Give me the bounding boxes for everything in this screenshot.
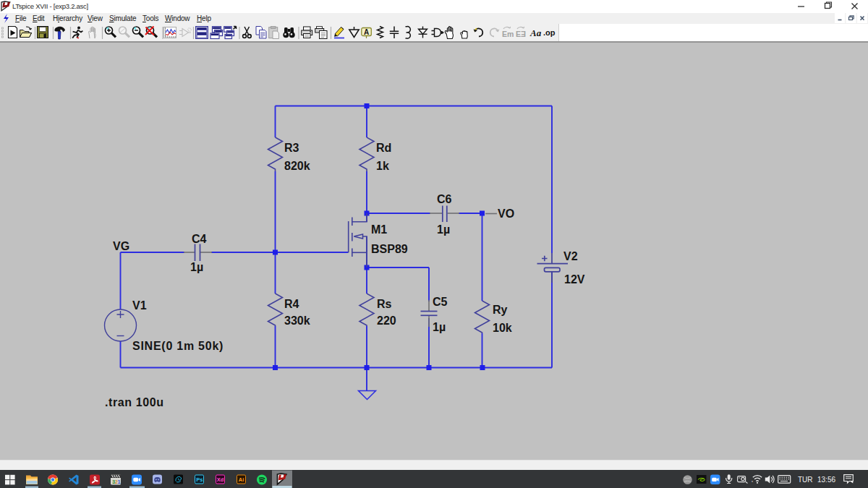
svg-text:E: E bbox=[516, 30, 521, 38]
svg-text:Ps: Ps bbox=[196, 476, 203, 483]
svg-text:.op: .op bbox=[543, 28, 556, 37]
svg-text:13:56: 13:56 bbox=[817, 476, 835, 484]
svg-text:1: 1 bbox=[118, 479, 121, 485]
svg-text:Ǝ: Ǝ bbox=[521, 30, 526, 38]
svg-text:A: A bbox=[364, 28, 369, 36]
svg-text:Em: Em bbox=[502, 30, 514, 38]
svg-text:Aa: Aa bbox=[529, 27, 542, 38]
svg-text:TUR: TUR bbox=[798, 476, 813, 484]
svg-text:Ai: Ai bbox=[239, 476, 244, 483]
svg-text:Xd: Xd bbox=[217, 476, 224, 483]
svg-text:*: * bbox=[752, 480, 753, 484]
